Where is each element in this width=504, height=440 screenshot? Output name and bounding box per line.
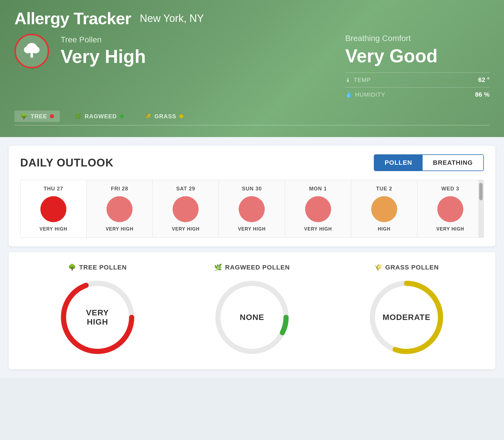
header-top: Allergy Tracker New York, NY xyxy=(14,9,490,28)
day-circle-fri28 xyxy=(107,196,132,222)
main-content: DAILY OUTLOOK POLLEN BREATHING THU 27 VE… xyxy=(0,137,504,378)
tree-ring-label: VERY HIGH xyxy=(77,308,118,327)
daily-calendar: THU 27 VERY HIGH FRI 28 VERY HIGH SAT 29… xyxy=(20,180,484,238)
day-level-sat29: VERY HIGH xyxy=(157,226,214,232)
ragweed-pollen-item: 🌿 RAGWEED POLLEN NONE xyxy=(212,264,292,358)
ragweed-tab-icon: 🌿 xyxy=(74,113,82,120)
header-left: Tree Pollen Very High xyxy=(14,34,146,68)
day-label-fri28: FRI 28 xyxy=(91,186,148,192)
tree-icon-circle xyxy=(14,34,49,68)
tree-dot xyxy=(50,114,54,118)
tree-pollen-label: TREE POLLEN xyxy=(79,264,127,271)
filter-tab-ragweed[interactable]: 🌿 RAGWEED xyxy=(68,111,129,122)
day-level-wed3: VERY HIGH xyxy=(422,226,479,232)
grass-pollen-title: 🌾 GRASS POLLEN xyxy=(374,264,439,271)
tree-tab-icon: 🌳 xyxy=(20,113,28,120)
grass-pollen-icon: 🌾 xyxy=(374,264,382,271)
day-label-mon1: MON 1 xyxy=(290,186,347,192)
day-circle-tue2 xyxy=(371,196,397,222)
day-col-mon1[interactable]: MON 1 VERY HIGH xyxy=(285,180,351,237)
day-col-fri28[interactable]: FRI 28 VERY HIGH xyxy=(87,180,153,237)
ragweed-pollen-label: RAGWEED POLLEN xyxy=(225,264,290,271)
droplet-icon: 💧 xyxy=(345,91,353,98)
humidity-label: 💧 HUMIDITY xyxy=(345,91,385,98)
breathing-label: Breathing Comfort xyxy=(345,34,490,43)
toggle-group: POLLEN BREATHING xyxy=(374,154,484,171)
day-label-wed3: WED 3 xyxy=(422,186,479,192)
grass-pollen-item: 🌾 GRASS POLLEN MODERATE xyxy=(366,264,447,358)
day-col-tue2[interactable]: TUE 2 HIGH xyxy=(351,180,417,237)
day-level-thu27: VERY HIGH xyxy=(25,226,82,232)
pollen-label: Tree Pollen xyxy=(61,35,146,44)
scrollbar-thumb xyxy=(479,183,483,200)
humidity-row: 💧 HUMIDITY 86 % xyxy=(345,87,490,102)
app-location: New York, NY xyxy=(140,12,204,25)
day-label-tue2: TUE 2 xyxy=(356,186,413,192)
filter-tabs: 🌳 TREE 🌿 RAGWEED 🌾 GRASS xyxy=(14,111,490,126)
humidity-value: 86 % xyxy=(475,91,490,98)
outlook-header: DAILY OUTLOOK POLLEN BREATHING xyxy=(20,154,484,171)
day-label-thu27: THU 27 xyxy=(25,186,82,192)
app-title: Allergy Tracker xyxy=(14,9,131,28)
svg-point-2 xyxy=(31,46,40,53)
breathing-toggle-button[interactable]: BREATHING xyxy=(423,155,483,171)
day-col-sun30[interactable]: SUN 30 VERY HIGH xyxy=(219,180,285,237)
day-circle-thu27 xyxy=(40,196,66,222)
day-col-wed3[interactable]: WED 3 VERY HIGH xyxy=(417,180,484,237)
grass-ring-label: MODERATE xyxy=(382,313,430,322)
day-circle-sun30 xyxy=(239,196,265,222)
header-right: Breathing Comfort Very Good 🌡 TEMP 62 ° … xyxy=(345,34,490,102)
temp-value: 62 ° xyxy=(478,76,490,84)
temp-label: 🌡 TEMP xyxy=(345,77,371,83)
breathing-level: Very Good xyxy=(345,45,490,67)
day-col-thu27[interactable]: THU 27 VERY HIGH xyxy=(20,180,87,237)
day-level-tue2: HIGH xyxy=(356,226,413,232)
day-label-sun30: SUN 30 xyxy=(223,186,280,192)
day-circle-mon1 xyxy=(305,196,331,222)
grass-tab-label: GRASS xyxy=(154,113,176,120)
ragweed-tab-label: RAGWEED xyxy=(85,113,117,120)
grass-pollen-label: GRASS POLLEN xyxy=(385,264,439,271)
day-level-fri28: VERY HIGH xyxy=(91,226,148,232)
ragweed-dot xyxy=(120,114,124,118)
day-level-sun30: VERY HIGH xyxy=(223,226,280,232)
day-label-sat29: SAT 29 xyxy=(157,186,214,192)
temp-row: 🌡 TEMP 62 ° xyxy=(345,72,490,87)
tree-pollen-ring: VERY HIGH xyxy=(57,277,138,358)
thermometer-icon: 🌡 xyxy=(345,77,351,83)
day-circle-sat29 xyxy=(173,196,199,222)
tree-tab-label: TREE xyxy=(31,113,47,120)
ragweed-ring-label: NONE xyxy=(240,313,264,322)
header-main: Tree Pollen Very High Breathing Comfort … xyxy=(14,34,490,102)
day-circle-wed3 xyxy=(437,196,463,222)
tree-icon xyxy=(22,41,42,61)
tree-pollen-item: 🌳 TREE POLLEN VERY HIGH xyxy=(57,264,138,358)
grass-dot xyxy=(179,114,183,118)
ragweed-pollen-icon: 🌿 xyxy=(214,264,222,271)
pollen-circles-section: 🌳 TREE POLLEN VERY HIGH 🌿 RAGWEED POLLEN xyxy=(9,252,495,369)
tree-pollen-title: 🌳 TREE POLLEN xyxy=(68,264,127,271)
tree-pollen-icon: 🌳 xyxy=(68,264,76,271)
ragweed-pollen-title: 🌿 RAGWEED POLLEN xyxy=(214,264,290,271)
svg-rect-3 xyxy=(31,53,33,58)
day-level-mon1: VERY HIGH xyxy=(290,226,347,232)
outlook-title: DAILY OUTLOOK xyxy=(20,157,113,169)
day-col-sat29[interactable]: SAT 29 VERY HIGH xyxy=(153,180,219,237)
ragweed-pollen-ring: NONE xyxy=(212,277,292,358)
scrollbar[interactable] xyxy=(478,180,484,237)
filter-tab-tree[interactable]: 🌳 TREE xyxy=(14,111,60,122)
daily-outlook-card: DAILY OUTLOOK POLLEN BREATHING THU 27 VE… xyxy=(9,146,495,246)
grass-pollen-ring: MODERATE xyxy=(366,277,447,358)
pollen-toggle-button[interactable]: POLLEN xyxy=(374,155,423,171)
filter-tab-grass[interactable]: 🌾 GRASS xyxy=(138,111,189,122)
grass-tab-icon: 🌾 xyxy=(144,113,152,120)
svg-point-1 xyxy=(24,46,32,53)
header: Allergy Tracker New York, NY Tree Pollen… xyxy=(0,0,504,137)
pollen-level: Very High xyxy=(61,46,146,67)
pollen-info: Tree Pollen Very High xyxy=(61,35,146,67)
